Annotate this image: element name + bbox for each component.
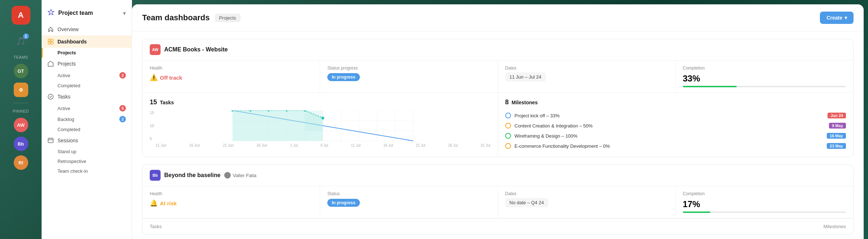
- health-value-beyond: 🔔 At risk: [150, 199, 312, 207]
- milestone-3-date: 16 May: [827, 133, 846, 139]
- svg-rect-1: [51, 39, 53, 41]
- sidebar-subitem-retrospective[interactable]: Retrospective: [42, 156, 132, 166]
- completion-label-beyond: Completion: [683, 191, 846, 196]
- project-metrics-beyond: Health 🔔 At risk Status In progress D: [142, 186, 853, 218]
- project-card-header-beyond: Bb Beyond the baseline Valter Fatia: [142, 165, 853, 186]
- status-value-acme: In progress: [327, 74, 490, 80]
- chevron-down-icon: ▾: [123, 10, 126, 17]
- sidebar-subitem-standup[interactable]: Stand up: [42, 147, 132, 156]
- create-label: Create: [826, 15, 842, 21]
- project-card-acme: AW ACME Books - Website Health ⚠️ Off tr…: [142, 39, 854, 157]
- project-name-acme[interactable]: ACME Books - Website: [164, 46, 228, 53]
- svg-rect-3: [51, 42, 53, 44]
- dates-value-beyond: No date – Q4 24: [505, 199, 668, 206]
- svg-marker-22: [233, 110, 323, 141]
- chart-x-11jul: 11 Jul: [351, 143, 361, 147]
- create-chevron-icon: ▾: [844, 15, 847, 21]
- chart-x-31jul: 31 Jul: [481, 143, 490, 147]
- svg-rect-0: [48, 39, 50, 41]
- project-icon-bb: Bb: [150, 170, 161, 181]
- sidebar-subitem-team-checkin[interactable]: Team check-in: [42, 166, 132, 176]
- completion-value-beyond: 17%: [683, 199, 846, 209]
- team-avatar-gt[interactable]: GT: [14, 64, 28, 78]
- projects-list: AW ACME Books - Website Health ⚠️ Off tr…: [132, 32, 864, 239]
- svg-rect-5: [48, 138, 53, 143]
- completion-bar-fill-acme: [683, 86, 737, 87]
- app-logo[interactable]: A: [12, 6, 30, 25]
- page-title: Team dashboards: [142, 13, 210, 22]
- sidebar-subitem-tasks-active[interactable]: Active 5: [42, 103, 132, 114]
- sidebar-subitem-projects[interactable]: Projects: [42, 48, 132, 58]
- sidebar-item-sessions[interactable]: Sessions: [42, 134, 132, 147]
- sidebar-backlog-label: Backlog: [58, 117, 74, 122]
- completion-bar-fill-beyond: [683, 211, 711, 213]
- milestone-2: Content Creation & Integration – 50% 9 M…: [505, 121, 846, 131]
- sidebar-item-overview[interactable]: Overview: [42, 23, 132, 35]
- milestone-1: Project kick off – 33% Jun 24: [505, 110, 846, 121]
- sidebar-item-dashboards[interactable]: Dashboards: [42, 35, 132, 48]
- active-badge: 2: [119, 72, 126, 79]
- milestone-dot-3: [505, 133, 511, 139]
- sidebar-subitem-tasks-completed[interactable]: Completed: [42, 125, 132, 134]
- metric-status-beyond: Status In progress: [320, 186, 498, 218]
- tasks-section-title: 15 Tasks: [150, 98, 490, 106]
- chart-x-26jul: 26 Jul: [448, 143, 458, 147]
- chart-y-5: 5: [150, 137, 154, 141]
- tasks-footer-label: Tasks: [150, 224, 162, 229]
- team-avatar-ri[interactable]: RI: [14, 155, 28, 170]
- project-card-header-acme: AW ACME Books - Website: [142, 39, 853, 60]
- chart-y-10: 10: [150, 123, 154, 128]
- chart-x-1jul: 1 Jul: [290, 143, 298, 147]
- tasks-count: 15: [150, 98, 157, 106]
- metric-health-acme: Health ⚠️ Off track: [142, 60, 320, 92]
- chart-x-16jul: 16 Jul: [383, 143, 393, 147]
- status-value-beyond: In progress: [327, 199, 490, 206]
- author-avatar-beyond: [224, 172, 231, 179]
- team-avatar-aw[interactable]: AW: [14, 118, 28, 132]
- milestone-dot-1: [505, 113, 511, 118]
- project-detail-acme: 15 Tasks 15 10 5: [142, 93, 853, 157]
- sidebar-item-tasks[interactable]: Tasks: [42, 91, 132, 103]
- chart-x-16jun: 16 Jun: [189, 143, 200, 147]
- pinned-label: Pinned: [13, 109, 29, 113]
- music-icon-button[interactable]: 🎵 2: [12, 32, 30, 51]
- chart-x-21jul: 21 Jul: [416, 143, 426, 147]
- sidebar-tasks-completed-label: Completed: [58, 127, 80, 132]
- sidebar-subitem-completed[interactable]: Completed: [42, 81, 132, 91]
- main-header: Team dashboards Projects Create ▾: [132, 4, 864, 32]
- create-button[interactable]: Create ▾: [820, 12, 854, 24]
- metric-dates-acme: Dates 11 Jun – Jul 24: [498, 60, 676, 92]
- svg-point-28: [322, 117, 324, 120]
- chart-y-15: 15: [150, 110, 154, 115]
- milestone-4-date: 23 May: [827, 143, 846, 149]
- dates-value-acme: 11 Jun – Jul 24: [505, 74, 668, 80]
- sidebar-header[interactable]: Project team ▾: [42, 6, 132, 23]
- project-name-beyond[interactable]: Beyond the baseline: [164, 172, 221, 179]
- sidebar-retrospective-label: Retrospective: [58, 159, 86, 164]
- svg-rect-2: [48, 42, 50, 44]
- sidebar-projects-label: Projects: [58, 50, 76, 55]
- status-label-beyond: Status: [327, 191, 490, 196]
- milestone-1-label: Project kick off – 33%: [515, 113, 560, 118]
- sidebar-subitem-backlog[interactable]: Backlog 2: [42, 114, 132, 125]
- main-content: Team dashboards Projects Create ▾ AW ACM…: [132, 4, 864, 239]
- sidebar-item-projects[interactable]: Projects: [42, 58, 132, 70]
- sidebar-team-checkin-label: Team check-in: [58, 168, 88, 174]
- team-avatar-gear[interactable]: ⚙: [14, 83, 28, 97]
- milestones-footer-label: Milestones: [824, 224, 846, 229]
- sidebar-subitem-active[interactable]: Active 2: [42, 70, 132, 81]
- milestones-section-title: 8 Milestones: [505, 98, 846, 106]
- breadcrumb[interactable]: Projects: [215, 14, 241, 22]
- sidebar-dashboards-label: Dashboards: [58, 39, 87, 45]
- sidebar-completed-label: Completed: [58, 83, 80, 88]
- divider: [14, 103, 28, 103]
- team-avatar-bb[interactable]: Bb: [14, 137, 28, 151]
- metric-status-acme: Status progress In progress: [320, 60, 498, 92]
- sidebar-tasks-label: Tasks: [58, 94, 71, 100]
- icon-bar: A 🎵 2 Teams GT ⚙ Pinned AW Bb RI: [0, 0, 42, 239]
- completion-bar-acme: [683, 86, 846, 87]
- milestone-2-label: Content Creation & Integration – 50%: [515, 123, 593, 129]
- tasks-section-acme: 15 Tasks 15 10 5: [142, 93, 498, 157]
- milestone-3: Wireframing & Design – 100% 16 May: [505, 131, 846, 141]
- chart-x-11jun: 11 Jun: [156, 143, 166, 147]
